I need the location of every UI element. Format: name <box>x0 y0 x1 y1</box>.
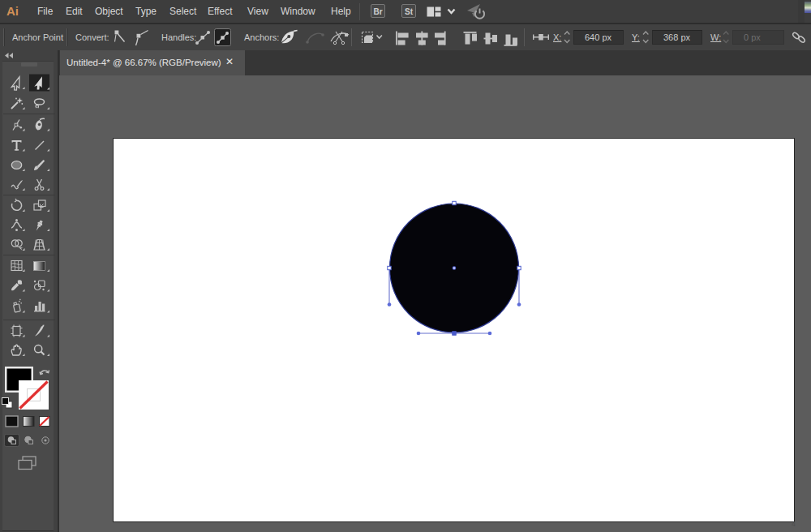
svg-text:4: 4 <box>792 520 796 528</box>
